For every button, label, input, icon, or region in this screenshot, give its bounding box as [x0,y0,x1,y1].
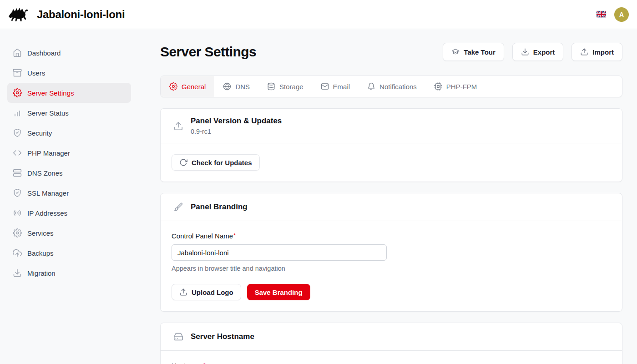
panel-version-card: Panel Version & Updates 0.9-rc1 Check fo… [160,108,622,182]
panel-branding-card-header: Panel Branding [161,193,622,221]
upload-icon [179,288,187,296]
sidebar-item-label: PHP Manager [27,149,70,157]
card-title: Panel Branding [191,202,248,212]
import-button[interactable]: Import [571,43,622,61]
sidebar-item-ip-addresses[interactable]: IP Addresses [7,203,131,223]
sidebar-item-label: Users [27,69,45,77]
gear-icon [169,82,177,91]
home-icon [13,48,22,57]
tab-general[interactable]: General [161,76,214,97]
main-content: Server Settings Take Tour Export Import [138,29,637,364]
control-panel-name-label: Control Panel Name* [172,232,236,240]
sidebar-item-label: Server Status [27,109,69,117]
shield-check-icon [13,128,22,137]
sidebar-item-server-settings[interactable]: Server Settings [7,83,131,103]
sidebar-item-label: IP Addresses [27,209,67,217]
upload-logo-button[interactable]: Upload Logo [172,284,241,300]
sidebar-item-label: Dashboard [27,49,61,57]
download-icon [521,48,529,56]
download-icon [13,268,22,278]
globe-icon [223,82,231,91]
tab-email[interactable]: Email [312,76,359,97]
panel-version-value: 0.9-rc1 [191,128,282,135]
server-stack-icon [13,168,22,177]
panel-version-card-body: Check for Updates [161,143,622,182]
brand-title: Jabaloni-loni-loni [37,8,125,21]
layout: Dashboard Users Server Settings Server S… [0,29,637,364]
required-marker: * [203,362,205,364]
required-marker: * [233,232,236,239]
export-button[interactable]: Export [512,43,564,61]
avatar[interactable]: A [614,7,629,22]
sidebar-item-label: Server Settings [27,89,74,97]
panel-branding-card: Panel Branding Control Panel Name* Appea… [160,193,622,312]
database-icon [267,82,275,91]
hard-drive-icon [173,332,183,342]
topbar-right: A [597,7,630,22]
sidebar-item-label: DNS Zones [27,169,63,177]
sidebar-item-dashboard[interactable]: Dashboard [7,43,131,63]
settings-tabs: General DNS Storage Email Notifications … [160,76,622,97]
broadcast-icon [13,208,22,217]
uk-flag-icon[interactable] [597,11,606,18]
cpu-icon [434,82,442,91]
card-title: Panel Version & Updates [191,116,282,126]
check-for-updates-button[interactable]: Check for Updates [172,154,260,171]
control-panel-name-input[interactable] [172,244,387,261]
sidebar-item-backups[interactable]: Backups [7,243,131,263]
server-hostname-card: Server Hostname Hostname* [160,323,622,364]
top-bar: Jabaloni-loni-loni A [0,0,637,29]
archive-icon [13,68,22,77]
upload-icon [580,48,588,56]
sidebar-item-ssl-manager[interactable]: SSL Manager [7,183,131,203]
page-actions: Take Tour Export Import [443,43,622,61]
sidebar-item-server-status[interactable]: Server Status [7,103,131,123]
tab-php-fpm[interactable]: PHP-FPM [425,76,486,97]
save-branding-button[interactable]: Save Branding [247,284,310,300]
sidebar-item-dns-zones[interactable]: DNS Zones [7,163,131,183]
control-panel-name-help: Appears in browser title and navigation [172,265,611,272]
sidebar-item-label: Services [27,229,54,237]
page-title: Server Settings [160,44,256,60]
tab-storage[interactable]: Storage [258,76,312,97]
sidebar-item-users[interactable]: Users [7,63,131,83]
panel-version-card-header: Panel Version & Updates 0.9-rc1 [161,109,622,143]
refresh-icon [179,158,187,167]
page-header: Server Settings Take Tour Export Import [160,43,622,61]
bar-chart-icon [13,108,22,117]
boar-icon [8,6,29,23]
tab-notifications[interactable]: Notifications [359,76,425,97]
card-title: Server Hostname [191,332,254,341]
gear-icon [13,228,22,238]
panel-branding-card-body: Control Panel Name* Appears in browser t… [161,221,622,311]
mail-icon [321,82,329,91]
graduation-cap-icon [451,48,460,56]
bell-icon [367,82,375,91]
sidebar-item-migration[interactable]: Migration [7,263,131,283]
server-hostname-card-body: Hostname* [161,351,622,364]
hostname-label: Hostname* [172,362,205,364]
sidebar-item-label: Security [27,129,52,137]
brand[interactable]: Jabaloni-loni-loni [8,6,125,23]
sidebar-item-services[interactable]: Services [7,223,131,243]
sidebar-item-label: Migration [27,269,56,277]
code-icon [13,148,22,157]
server-hostname-card-header: Server Hostname [161,323,622,351]
sidebar: Dashboard Users Server Settings Server S… [0,29,138,364]
sidebar-item-php-manager[interactable]: PHP Manager [7,143,131,163]
cloud-upload-icon [13,248,22,258]
take-tour-button[interactable]: Take Tour [443,43,504,61]
sidebar-item-security[interactable]: Security [7,123,131,143]
upload-icon [173,121,183,131]
sidebar-item-label: Backups [27,249,54,257]
paintbrush-icon [173,202,183,212]
shield-check-icon [13,188,22,197]
sidebar-item-label: SSL Manager [27,189,69,197]
gear-icon [13,88,22,97]
tab-dns[interactable]: DNS [214,76,258,97]
